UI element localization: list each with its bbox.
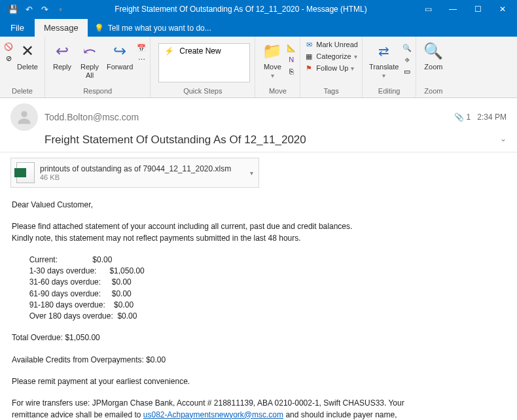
categorize-button[interactable]: ▦ Categorize▾	[304, 51, 358, 61]
forward-icon: ↪	[109, 41, 130, 61]
forward-button[interactable]: ↪ Forward	[104, 39, 135, 73]
group-tags: ✉ Mark Unread ▦ Categorize▾ ⚑ Follow Up▾…	[300, 37, 363, 97]
envelope-icon: ✉	[304, 40, 313, 49]
tab-file[interactable]: File	[0, 19, 35, 37]
reply-all-button[interactable]: ⤺ Reply All	[77, 39, 103, 80]
tell-me-label: Tell me what you want to do...	[108, 24, 211, 33]
sender-email: Todd.Bolton@msc.com	[45, 112, 139, 122]
mark-unread-button[interactable]: ✉ Mark Unread	[304, 39, 358, 50]
group-respond-label: Respond	[49, 87, 146, 96]
group-delete-label: Delete	[4, 87, 41, 96]
group-move-label: Move	[259, 87, 296, 96]
ignore-junk-column: 🚫 ⊘	[4, 39, 13, 63]
move-extras: 📐 N ⎘	[287, 39, 296, 76]
window-controls: ▭ — ☐ ✕	[416, 0, 514, 18]
close-button[interactable]: ✕	[491, 0, 514, 18]
message-header: Todd.Bolton@msc.com 📎 1 2:34 PM Freight …	[0, 98, 517, 152]
translate-button[interactable]: ⇄ Translate▾	[366, 39, 401, 80]
delete-button[interactable]: ✕ Delete	[14, 39, 41, 73]
group-editing: ⇄ Translate▾ 🔍 ⎆ ▭ Editing	[363, 37, 416, 97]
attachment-item[interactable]: printouts of outstanding as of 79044_12_…	[10, 158, 259, 188]
message-subject: Freight Statement Of Outstanding As Of 1…	[45, 133, 306, 147]
qat-dropdown-icon[interactable]: ▾	[55, 4, 65, 14]
reply-icon: ↩	[52, 41, 73, 61]
window-titlebar: 💾 ↶ ↷ ▾ Freight Statement Of Outstanding…	[0, 0, 517, 18]
actions-icon[interactable]: ⎘	[287, 67, 296, 76]
tell-me-search[interactable]: 💡 Tell me what you want to do...	[88, 20, 218, 37]
categorize-icon: ▦	[304, 52, 313, 61]
flag-icon: ⚑	[304, 63, 313, 73]
attachment-filename: printouts of outstanding as of 79044_12_…	[40, 164, 231, 173]
junk-icon[interactable]: ⊘	[4, 54, 13, 63]
delete-icon: ✕	[17, 41, 38, 61]
redo-icon[interactable]: ↷	[39, 4, 50, 14]
editing-extras: 🔍 ⎆ ▭	[402, 39, 412, 76]
save-icon[interactable]: 💾	[8, 4, 18, 14]
select-icon[interactable]: ▭	[402, 67, 412, 76]
undo-icon[interactable]: ↶	[24, 4, 34, 14]
group-delete: 🚫 ⊘ ✕ Delete Delete	[0, 37, 45, 97]
follow-up-button[interactable]: ⚑ Follow Up▾	[304, 63, 358, 73]
ribbon: 🚫 ⊘ ✕ Delete Delete ↩ Reply ⤺ Reply All …	[0, 37, 517, 98]
remittance-email-link[interactable]: us082-Achpaymentsnewyork@msc.com	[143, 410, 283, 419]
translate-icon: ⇄	[374, 41, 395, 61]
ribbon-options-icon[interactable]: ▭	[416, 0, 440, 18]
received-time: 2:34 PM	[477, 113, 507, 122]
move-folder-icon: 📁	[262, 41, 283, 61]
move-button[interactable]: 📁 Move▾	[259, 39, 285, 80]
attachment-indicator: 📎 1	[454, 113, 471, 122]
respond-more: 📅 ⋯	[137, 39, 146, 64]
group-zoom-label: Zoom	[420, 87, 446, 96]
group-editing-label: Editing	[366, 87, 412, 96]
group-tags-label: Tags	[304, 87, 358, 96]
ribbon-tabs: File Message 💡 Tell me what you want to …	[0, 18, 517, 37]
rules-icon[interactable]: 📐	[287, 43, 296, 52]
meeting-icon[interactable]: 📅	[137, 43, 146, 52]
onenote-icon[interactable]: N	[287, 55, 296, 64]
svg-point-0	[21, 111, 27, 117]
group-zoom: 🔍 Zoom Zoom	[416, 37, 450, 97]
quick-access-toolbar: 💾 ↶ ↷ ▾	[3, 4, 65, 14]
tab-message[interactable]: Message	[35, 19, 88, 37]
expand-header-icon[interactable]: ⌄	[500, 134, 507, 143]
reply-button[interactable]: ↩ Reply	[49, 39, 75, 73]
find-icon[interactable]: 🔍	[402, 43, 412, 52]
reply-all-icon: ⤺	[79, 41, 100, 61]
attachment-filesize: 46 KB	[40, 173, 231, 181]
more-respond-icon[interactable]: ⋯	[137, 55, 146, 64]
minimize-button[interactable]: —	[441, 0, 465, 18]
group-quick-steps-label: Quick Steps	[154, 87, 251, 96]
lightning-icon: ⚡	[164, 46, 174, 56]
window-title: Freight Statement Of Outstanding As Of 1…	[65, 5, 416, 14]
zoom-button[interactable]: 🔍 Zoom	[420, 39, 446, 73]
excel-file-icon	[16, 162, 35, 183]
ignore-icon[interactable]: 🚫	[4, 42, 13, 51]
group-move: 📁 Move▾ 📐 N ⎘ Move	[255, 37, 300, 97]
message-body: Dear Valued Customer, Please find attach…	[0, 190, 517, 420]
quick-steps-gallery[interactable]: ⚡ Create New	[158, 43, 250, 82]
group-respond: ↩ Reply ⤺ Reply All ↪ Forward 📅 ⋯ Respon…	[45, 37, 151, 97]
maximize-button[interactable]: ☐	[466, 0, 490, 18]
zoom-icon: 🔍	[423, 41, 444, 61]
lightbulb-icon: 💡	[94, 24, 104, 33]
attachment-dropdown-icon[interactable]: ▾	[250, 169, 253, 177]
sender-avatar	[10, 103, 38, 131]
group-quick-steps: ⚡ Create New Quick Steps	[151, 37, 255, 97]
create-new-label: Create New	[179, 46, 221, 56]
related-icon[interactable]: ⎆	[402, 55, 412, 64]
